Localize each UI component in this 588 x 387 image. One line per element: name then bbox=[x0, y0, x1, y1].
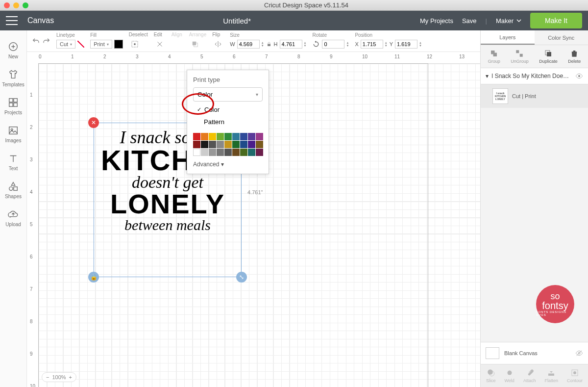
zoom-in-icon[interactable]: + bbox=[69, 374, 72, 380]
width-input[interactable]: ▲▼ bbox=[237, 40, 264, 49]
tab-layers[interactable]: Layers bbox=[481, 30, 535, 45]
color-swatch[interactable] bbox=[201, 141, 208, 148]
delete-handle[interactable]: ✕ bbox=[88, 117, 99, 128]
close-window-button[interactable] bbox=[4, 2, 10, 8]
h-label: H bbox=[274, 41, 278, 47]
minimize-window-button[interactable] bbox=[13, 2, 19, 8]
color-swatch[interactable] bbox=[224, 141, 232, 148]
color-swatch[interactable] bbox=[248, 149, 255, 156]
color-swatch[interactable] bbox=[217, 141, 224, 148]
height-input[interactable]: ▲▼ bbox=[280, 40, 307, 49]
color-swatch[interactable] bbox=[193, 141, 200, 148]
visibility-off-icon[interactable] bbox=[575, 349, 583, 357]
linetype-dropdown[interactable]: Cut bbox=[56, 40, 75, 49]
layer-group-header[interactable]: ▾ I Snack So My Kitchen Doe… bbox=[481, 68, 588, 84]
color-swatch[interactable] bbox=[217, 133, 224, 140]
color-swatch[interactable] bbox=[209, 149, 216, 156]
option-pattern[interactable]: Pattern bbox=[193, 116, 263, 128]
color-swatch[interactable] bbox=[240, 141, 247, 148]
duplicate-button[interactable]: Duplicate bbox=[539, 49, 558, 64]
nav-templates[interactable]: Templates bbox=[0, 64, 26, 92]
linetype-swatch[interactable] bbox=[77, 41, 84, 48]
x-input[interactable]: ▲▼ bbox=[361, 40, 388, 49]
advanced-toggle[interactable]: Advanced ▾ bbox=[193, 161, 263, 168]
svg-point-22 bbox=[488, 369, 493, 375]
fill-swatch[interactable] bbox=[114, 40, 123, 49]
color-swatch[interactable] bbox=[256, 149, 263, 156]
ruler-tick: 1 bbox=[30, 92, 33, 98]
save-button[interactable]: Save bbox=[462, 17, 477, 25]
flip-button[interactable] bbox=[212, 38, 224, 50]
redo-icon[interactable] bbox=[43, 37, 50, 45]
lock-handle[interactable]: 🔒 bbox=[88, 272, 99, 283]
make-it-button[interactable]: Make It bbox=[530, 13, 582, 28]
color-swatch[interactable] bbox=[224, 133, 232, 140]
window-controls bbox=[4, 2, 28, 8]
print-type-dropdown[interactable]: Color bbox=[193, 87, 263, 102]
edit-button[interactable] bbox=[154, 38, 166, 50]
color-swatch[interactable] bbox=[232, 149, 240, 156]
deselect-button[interactable] bbox=[129, 38, 141, 50]
tab-color-sync[interactable]: Color Sync bbox=[535, 30, 588, 45]
hamburger-menu-icon[interactable] bbox=[6, 16, 18, 25]
document-title[interactable]: Untitled* bbox=[54, 17, 420, 25]
ruler-tick: 1 bbox=[71, 54, 74, 59]
lock-icon[interactable] bbox=[266, 41, 272, 47]
ruler-tick: 3 bbox=[136, 54, 139, 59]
undo-icon[interactable] bbox=[32, 37, 40, 45]
right-panel: Layers Color Sync Group UnGroup Duplicat… bbox=[480, 30, 588, 387]
resize-handle[interactable]: ⤡ bbox=[236, 272, 247, 283]
option-color-label: Color bbox=[204, 106, 220, 113]
chevron-down-icon bbox=[516, 18, 521, 23]
color-swatch[interactable] bbox=[248, 141, 255, 148]
zoom-window-button[interactable] bbox=[23, 2, 28, 8]
zoom-control[interactable]: −100%+ bbox=[42, 372, 76, 382]
color-swatch[interactable] bbox=[201, 133, 208, 140]
left-nav: New Templates Projects Images Text Shape… bbox=[0, 30, 27, 387]
svg-rect-1 bbox=[9, 99, 13, 102]
color-swatch[interactable] bbox=[232, 141, 240, 148]
color-swatch[interactable] bbox=[209, 141, 216, 148]
flatten-button: Flatten bbox=[544, 368, 558, 383]
layer-item[interactable]: I snackKITCHENLONELY Cut | Print bbox=[481, 84, 588, 108]
machine-selector[interactable]: Maker bbox=[496, 17, 521, 25]
nav-projects[interactable]: Projects bbox=[0, 92, 26, 120]
svg-point-7 bbox=[9, 187, 13, 190]
nav-images[interactable]: Images bbox=[0, 120, 26, 148]
color-swatch[interactable] bbox=[248, 133, 255, 140]
blank-canvas-row[interactable]: Blank Canvas bbox=[481, 342, 588, 364]
canvas-grid[interactable]: I snack so my KITCHEN doesn't get LONELY… bbox=[39, 64, 480, 387]
align-label: Align bbox=[172, 32, 183, 37]
color-swatch[interactable] bbox=[193, 133, 200, 140]
fill-dropdown[interactable]: Print bbox=[90, 40, 112, 49]
my-projects-link[interactable]: My Projects bbox=[420, 17, 453, 25]
nav-shapes[interactable]: Shapes bbox=[0, 176, 26, 204]
color-swatch[interactable] bbox=[224, 149, 232, 156]
color-swatch[interactable] bbox=[217, 149, 224, 156]
rotate-input[interactable]: ▲▼ bbox=[322, 40, 349, 49]
option-color[interactable]: Color bbox=[193, 103, 263, 116]
nav-new[interactable]: New bbox=[0, 36, 26, 64]
print-type-selected: Color bbox=[197, 91, 213, 98]
upload-icon bbox=[8, 209, 19, 220]
color-swatch[interactable] bbox=[209, 133, 216, 140]
color-swatch[interactable] bbox=[240, 149, 247, 156]
visibility-icon[interactable] bbox=[575, 72, 583, 80]
ruler-vertical: 12345678910 bbox=[27, 64, 39, 387]
color-swatch[interactable] bbox=[232, 133, 240, 140]
color-swatch[interactable] bbox=[240, 133, 247, 140]
nav-text[interactable]: Text bbox=[0, 148, 26, 176]
color-swatch[interactable] bbox=[256, 133, 263, 140]
svg-rect-8 bbox=[14, 187, 17, 190]
color-swatch[interactable] bbox=[201, 149, 208, 156]
canvas-area[interactable]: 012345678910111213 12345678910 I snack s… bbox=[27, 52, 480, 387]
nav-upload[interactable]: Upload bbox=[0, 204, 26, 232]
color-swatch[interactable] bbox=[193, 149, 200, 156]
zoom-out-icon[interactable]: − bbox=[46, 374, 49, 380]
color-swatch[interactable] bbox=[256, 141, 263, 148]
svg-rect-15 bbox=[516, 50, 519, 53]
nav-new-label: New bbox=[8, 54, 18, 59]
attach-icon bbox=[525, 368, 534, 377]
y-input[interactable]: ▲▼ bbox=[395, 40, 422, 49]
delete-button[interactable]: Delete bbox=[568, 49, 581, 64]
